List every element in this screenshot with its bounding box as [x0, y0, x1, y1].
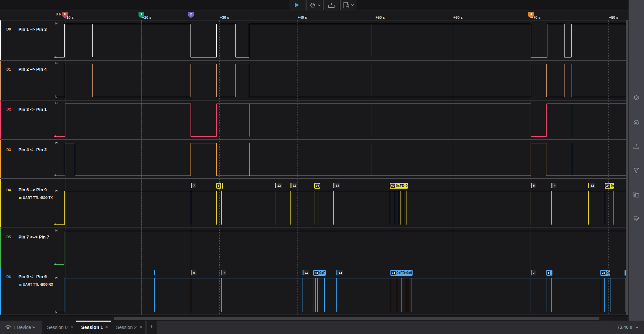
svg-text:3: 3: [330, 2, 332, 5]
svg-text:1F: 1F: [311, 4, 314, 7]
svg-text:3: 3: [635, 144, 637, 147]
svg-text:1F: 1F: [635, 121, 638, 124]
